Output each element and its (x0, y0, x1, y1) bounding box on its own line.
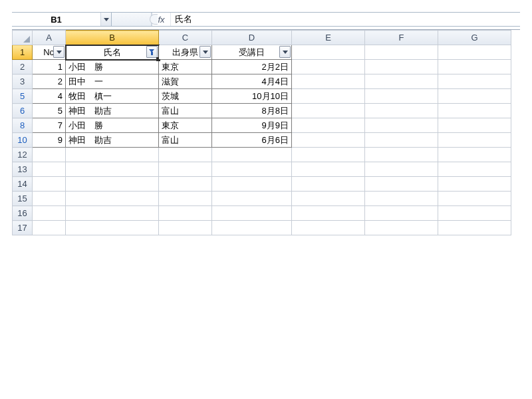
cell[interactable] (365, 206, 438, 221)
autofilter-button-name[interactable] (146, 46, 158, 58)
row-header[interactable]: 1 (13, 45, 33, 60)
cell[interactable] (159, 148, 212, 162)
cell-D1[interactable]: 受講日 (212, 45, 292, 60)
cell[interactable] (159, 162, 212, 177)
col-header-A[interactable]: A (33, 31, 66, 45)
col-header-B[interactable]: B (66, 31, 159, 45)
cell[interactable] (365, 192, 438, 206)
cell[interactable] (292, 133, 365, 148)
cell[interactable]: 1 (33, 60, 66, 74)
cell[interactable] (33, 206, 66, 221)
cell[interactable] (66, 206, 159, 221)
autofilter-button-date[interactable] (279, 46, 291, 58)
cell[interactable]: 2 (33, 74, 66, 89)
row-header[interactable]: 13 (13, 162, 33, 177)
name-box[interactable]: B1 (12, 13, 112, 26)
cell[interactable]: 9月9日 (212, 118, 292, 133)
formula-expand-icon[interactable] (150, 14, 158, 25)
cell[interactable] (33, 177, 66, 192)
cell[interactable] (33, 221, 66, 235)
cell[interactable] (438, 162, 511, 177)
cell-C1[interactable]: 出身県 (159, 45, 212, 60)
row-header[interactable]: 3 (13, 74, 33, 89)
cell[interactable] (438, 148, 511, 162)
cell[interactable] (292, 177, 365, 192)
cell[interactable] (66, 177, 159, 192)
cell[interactable] (292, 192, 365, 206)
cell[interactable]: 東京 (159, 118, 212, 133)
cell[interactable] (438, 221, 511, 235)
cell[interactable] (66, 221, 159, 235)
cell[interactable] (212, 221, 292, 235)
cell[interactable]: 6月6日 (212, 133, 292, 148)
cell[interactable]: 4 (33, 89, 66, 104)
cell[interactable] (292, 162, 365, 177)
cell[interactable] (292, 104, 365, 118)
formula-bar[interactable]: fx 氏名 (152, 13, 520, 26)
formula-bar-value[interactable]: 氏名 (171, 13, 520, 25)
autofilter-button-no[interactable] (53, 46, 65, 58)
cell[interactable]: 田中 一 (66, 74, 159, 89)
cell[interactable]: 9 (33, 133, 66, 148)
cell[interactable] (66, 192, 159, 206)
cell[interactable] (292, 148, 365, 162)
cell[interactable]: 茨城 (159, 89, 212, 104)
row-header[interactable]: 5 (13, 89, 33, 104)
cell[interactable]: 神田 勘吉 (66, 133, 159, 148)
cell[interactable] (159, 192, 212, 206)
row-header[interactable]: 6 (13, 104, 33, 118)
cell[interactable]: 富山 (159, 104, 212, 118)
cell[interactable]: 10月10日 (212, 89, 292, 104)
cell[interactable]: 4月4日 (212, 74, 292, 89)
cell[interactable] (159, 221, 212, 235)
cell[interactable] (438, 177, 511, 192)
cell[interactable] (66, 148, 159, 162)
cell[interactable] (292, 206, 365, 221)
cell[interactable] (438, 192, 511, 206)
cell[interactable] (292, 118, 365, 133)
cell[interactable] (438, 89, 511, 104)
row-header[interactable]: 8 (13, 118, 33, 133)
cell[interactable] (438, 60, 511, 74)
cell[interactable]: 東京 (159, 60, 212, 74)
cell[interactable] (438, 133, 511, 148)
cell[interactable] (365, 177, 438, 192)
cell[interactable] (365, 74, 438, 89)
cell[interactable]: 8月8日 (212, 104, 292, 118)
col-header-E[interactable]: E (292, 31, 365, 45)
cell[interactable]: 小田 勝 (66, 118, 159, 133)
cell[interactable] (365, 162, 438, 177)
cell[interactable] (212, 192, 292, 206)
cell[interactable]: 2月2日 (212, 60, 292, 74)
cell[interactable]: 滋賀 (159, 74, 212, 89)
cell[interactable] (33, 162, 66, 177)
cell[interactable] (292, 221, 365, 235)
cell[interactable]: 牧田 槙一 (66, 89, 159, 104)
row-header[interactable]: 16 (13, 206, 33, 221)
cell[interactable] (212, 177, 292, 192)
cell[interactable] (33, 148, 66, 162)
cell[interactable] (365, 133, 438, 148)
select-all-corner[interactable] (13, 31, 33, 45)
row-header[interactable]: 14 (13, 177, 33, 192)
cell[interactable] (33, 192, 66, 206)
cell[interactable] (292, 74, 365, 89)
col-header-G[interactable]: G (438, 31, 511, 45)
row-header[interactable]: 2 (13, 60, 33, 74)
cell[interactable]: 富山 (159, 133, 212, 148)
cell[interactable]: 神田 勘吉 (66, 104, 159, 118)
worksheet-grid[interactable]: A B C D E F G 1 No 氏名 出身県 (12, 29, 520, 235)
cell[interactable] (212, 148, 292, 162)
cell[interactable]: 7 (33, 118, 66, 133)
cell[interactable] (365, 60, 438, 74)
col-header-D[interactable]: D (212, 31, 292, 45)
cell[interactable] (365, 221, 438, 235)
cell[interactable] (292, 60, 365, 74)
cell[interactable] (212, 206, 292, 221)
cell[interactable] (66, 162, 159, 177)
cell[interactable] (159, 206, 212, 221)
name-box-dropdown[interactable] (100, 13, 111, 26)
cell[interactable] (438, 74, 511, 89)
row-header[interactable]: 12 (13, 148, 33, 162)
autofilter-button-pref[interactable] (200, 46, 211, 58)
